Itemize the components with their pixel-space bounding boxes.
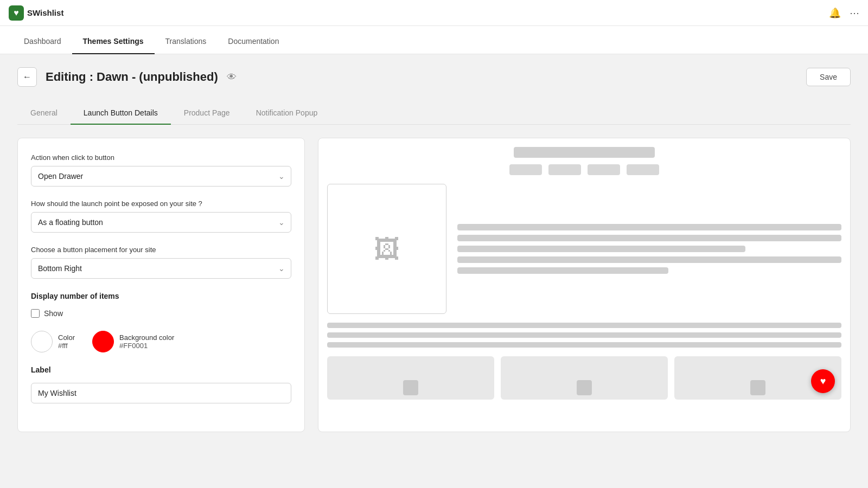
label-title: Label [31, 365, 291, 374]
color-info: Color #fff [58, 333, 75, 350]
tab-documentation[interactable]: Documentation [217, 29, 290, 54]
app-logo[interactable]: ♥ SWishlist [9, 5, 63, 21]
exposure-field-group: How should the launch point be exposed o… [31, 200, 291, 233]
bell-icon[interactable]: 🔔 [829, 7, 841, 19]
topbar-actions: 🔔 ⋯ [829, 7, 859, 19]
preview-camera-icon: 🖼 [374, 234, 400, 264]
editing-header: ← Editing : Dawn - (unpublished) 👁 Save [17, 67, 851, 87]
tab-dashboard[interactable]: Dashboard [13, 29, 72, 54]
sub-tab-product-page[interactable]: Product Page [171, 102, 243, 125]
preview-details [457, 184, 841, 314]
preview-card-placeholder-2 [577, 380, 592, 395]
preview-full-line-2 [327, 332, 841, 338]
save-button[interactable]: Save [806, 68, 851, 86]
preview-cards [327, 356, 841, 400]
preview-card-placeholder-1 [403, 380, 418, 395]
preview-container: 🖼 [327, 147, 841, 400]
color-row: Color #fff Background color #FF0001 [31, 331, 291, 352]
preview-card-placeholder-3 [750, 380, 765, 395]
bg-color-info: Background color #FF0001 [119, 333, 174, 350]
logo-icon: ♥ [9, 5, 24, 21]
placement-field-group: Choose a button placement for your site … [31, 246, 291, 279]
action-label: Action when click to button [31, 153, 291, 162]
sub-tab-notification-popup[interactable]: Notification Popup [243, 102, 331, 125]
preview-lines-section [327, 323, 841, 348]
label-field-group: Label [31, 365, 291, 403]
color-swatch[interactable] [31, 331, 53, 352]
action-select-wrapper: Open Drawer Open Page Open Modal ⌄ [31, 166, 291, 187]
bg-color-swatch[interactable] [92, 331, 114, 352]
preview-header-bar [327, 147, 841, 158]
eye-icon[interactable]: 👁 [227, 72, 237, 83]
preview-full-line-3 [327, 342, 841, 348]
app-name: SWishlist [27, 8, 63, 17]
bg-color-item: Background color #FF0001 [92, 331, 174, 352]
preview-nav-item-2 [548, 164, 581, 175]
placement-select-wrapper: Bottom Right Bottom Left Top Right Top L… [31, 258, 291, 279]
sub-tab-general[interactable]: General [17, 102, 71, 125]
sub-tab-launch-button[interactable]: Launch Button Details [71, 102, 171, 125]
preview-line-1 [457, 224, 841, 230]
settings-panel: Action when click to button Open Drawer … [17, 138, 305, 432]
bg-color-hex: #FF0001 [119, 342, 174, 350]
preview-card-2 [501, 356, 668, 400]
color-item: Color #fff [31, 331, 75, 352]
preview-panel: 🖼 [318, 138, 851, 432]
color-hex: #fff [58, 342, 75, 350]
color-name: Color [58, 333, 75, 342]
tab-themes-settings[interactable]: Themes Settings [72, 29, 155, 54]
page-content: ← Editing : Dawn - (unpublished) 👁 Save … [0, 54, 868, 488]
bg-color-name: Background color [119, 333, 174, 342]
preview-line-3 [457, 246, 745, 252]
floating-wishlist-button[interactable]: ♥ [811, 369, 835, 393]
back-button[interactable]: ← [17, 67, 37, 87]
label-input[interactable] [31, 383, 291, 403]
main-layout: Action when click to button Open Drawer … [17, 138, 851, 432]
preview-product-area: 🖼 [327, 184, 841, 314]
preview-image-box: 🖼 [327, 184, 446, 314]
action-field-group: Action when click to button Open Drawer … [31, 153, 291, 187]
tab-translations[interactable]: Translations [155, 29, 218, 54]
exposure-label: How should the launch point be exposed o… [31, 200, 291, 208]
preview-line-2 [457, 235, 841, 241]
placement-select[interactable]: Bottom Right Bottom Left Top Right Top L… [31, 258, 291, 279]
preview-nav [327, 164, 841, 175]
action-select[interactable]: Open Drawer Open Page Open Modal [31, 166, 291, 187]
topbar: ♥ SWishlist 🔔 ⋯ [0, 0, 868, 26]
preview-header-block [514, 147, 655, 158]
display-items-group: Display number of items Show [31, 292, 291, 318]
placement-label: Choose a button placement for your site [31, 246, 291, 254]
exposure-select-wrapper: As a floating button As a fixed button I… [31, 212, 291, 233]
more-icon[interactable]: ⋯ [850, 7, 859, 19]
preview-line-5 [457, 267, 668, 274]
preview-nav-item-4 [627, 164, 659, 175]
preview-line-4 [457, 256, 841, 263]
preview-card-1 [327, 356, 494, 400]
show-checkbox[interactable] [31, 309, 40, 318]
preview-nav-item-3 [588, 164, 620, 175]
nav-tabs: Dashboard Themes Settings Translations D… [0, 26, 868, 54]
display-items-title: Display number of items [31, 292, 291, 300]
preview-full-line-1 [327, 323, 841, 328]
show-label: Show [44, 309, 63, 318]
page-title: Editing : Dawn - (unpublished) [46, 70, 218, 84]
preview-nav-item-1 [509, 164, 542, 175]
show-checkbox-row: Show [31, 309, 291, 318]
exposure-select[interactable]: As a floating button As a fixed button I… [31, 212, 291, 233]
sub-tabs: General Launch Button Details Product Pa… [17, 102, 851, 125]
